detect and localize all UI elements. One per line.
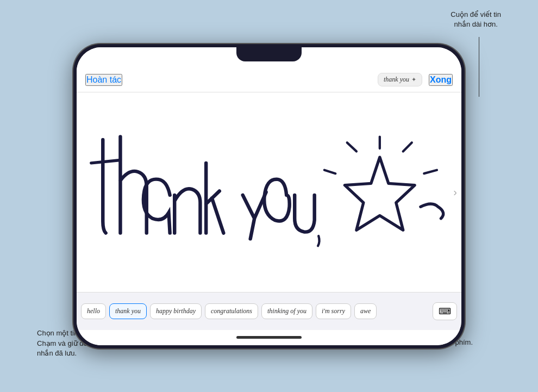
keyboard-switch-button[interactable]: ⌨ bbox=[433, 302, 457, 320]
phone-screen: Hoàn tác thank you ✦ Xong bbox=[77, 47, 461, 345]
presets-bar: hello thank you happy birthday congratul… bbox=[77, 292, 461, 330]
annotation-top-right: Cuộn để viết tinnhắn dài hơn. bbox=[451, 10, 501, 29]
preset-thank-you[interactable]: thank you bbox=[109, 303, 147, 319]
preset-awe[interactable]: awe bbox=[354, 303, 377, 319]
preset-congratulations[interactable]: congratulations bbox=[205, 303, 258, 319]
preview-chip: thank you ✦ bbox=[378, 73, 422, 86]
header-right-group: thank you ✦ Xong bbox=[378, 73, 453, 86]
handwriting-svg bbox=[77, 92, 461, 292]
preset-hello[interactable]: hello bbox=[81, 303, 106, 319]
preview-star-icon: ✦ bbox=[411, 76, 416, 83]
preset-happy-birthday[interactable]: happy birthday bbox=[150, 303, 202, 319]
app-header: Hoàn tác thank you ✦ Xong bbox=[77, 68, 461, 92]
scroll-right-arrow[interactable]: › bbox=[453, 186, 457, 198]
phone-frame: Hoàn tác thank you ✦ Xong bbox=[73, 44, 465, 349]
home-bar bbox=[236, 336, 302, 339]
annotation-line-top-right bbox=[479, 37, 479, 97]
done-button[interactable]: Xong bbox=[429, 74, 453, 86]
status-bar bbox=[77, 47, 461, 68]
notch bbox=[236, 47, 302, 61]
scene: Cuộn để viết tinnhắn dài hơn. Chọn một t… bbox=[0, 0, 538, 392]
preview-text: thank you bbox=[384, 76, 409, 84]
handwriting-canvas[interactable]: › bbox=[77, 92, 461, 292]
preset-thinking-of-you[interactable]: thinking of you bbox=[261, 303, 312, 319]
undo-button[interactable]: Hoàn tác bbox=[85, 74, 122, 86]
home-indicator bbox=[77, 330, 461, 345]
preset-im-sorry[interactable]: i'm sorry bbox=[316, 303, 351, 319]
